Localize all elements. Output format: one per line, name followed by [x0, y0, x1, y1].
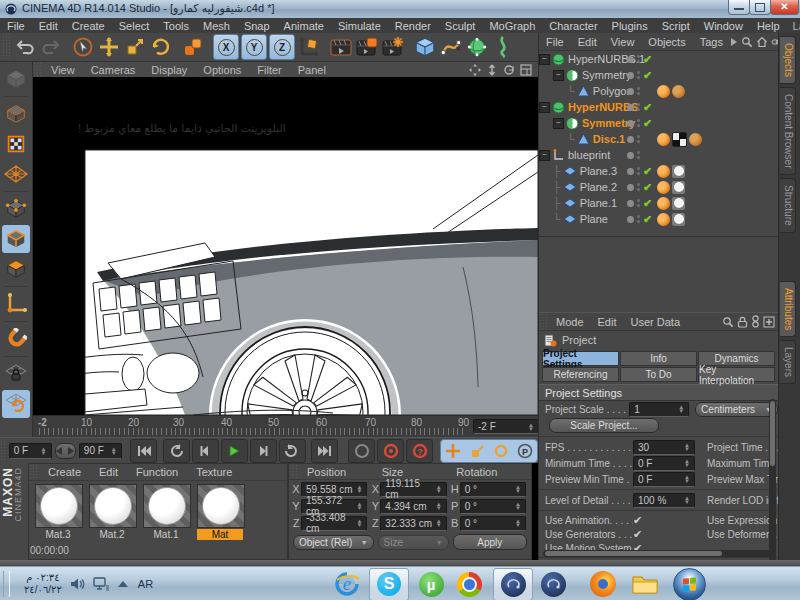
object-name[interactable]: Plane.2	[580, 181, 617, 193]
size-y-field[interactable]: 4.394 cm▲▼	[380, 499, 446, 514]
menu-item[interactable]: Snap	[237, 20, 277, 32]
taskbar-cinema4d-icon[interactable]	[539, 570, 567, 598]
zoom-view-icon[interactable]	[486, 64, 498, 76]
phong-tag-icon[interactable]	[657, 197, 670, 210]
material-thumbnail[interactable]	[143, 484, 191, 528]
om-menu-item[interactable]: File	[539, 36, 571, 48]
om-menu-item[interactable]: Edit	[571, 36, 604, 48]
tab-referencing[interactable]: Referencing	[542, 367, 619, 382]
lock-z-axis-button[interactable]: Z	[269, 34, 295, 60]
menu-item[interactable]: Tools	[156, 20, 196, 32]
material-item[interactable]: Mat.3	[35, 484, 81, 540]
collapse-icon[interactable]: −	[539, 54, 550, 65]
start-button[interactable]	[673, 568, 706, 600]
network-icon[interactable]	[93, 577, 110, 591]
fps-field[interactable]: 30▲▼	[633, 440, 695, 455]
maximize-button[interactable]	[749, 0, 771, 15]
search-icon[interactable]	[722, 316, 734, 328]
material-grip[interactable]	[29, 464, 39, 480]
material-menu-item[interactable]: Edit	[90, 466, 127, 478]
viewport-grip[interactable]	[33, 62, 43, 77]
viewport-menu-item[interactable]: Cameras	[83, 64, 144, 76]
object-row[interactable]: − HyperNURBS.1 ✔	[539, 51, 778, 67]
collapse-icon[interactable]: −	[539, 150, 550, 161]
object-row-selected[interactable]: └ Disc.1	[539, 131, 778, 147]
object-mode-dropdown[interactable]: Object (Rel)▼	[293, 535, 374, 550]
menu-item[interactable]: Simulate	[331, 20, 388, 32]
render-dots[interactable]	[637, 151, 640, 159]
spinner-icon[interactable]: ▲▼	[38, 447, 47, 455]
taskbar-chrome-icon[interactable]	[455, 570, 483, 598]
tab-objects[interactable]: Objects	[780, 36, 796, 84]
render-dots[interactable]	[637, 71, 640, 79]
menu-item[interactable]: MoGraph	[482, 20, 542, 32]
search-icon[interactable]	[741, 36, 753, 48]
workplane-mode-icon[interactable]	[2, 160, 30, 188]
play-icon[interactable]	[221, 439, 248, 463]
menu-item[interactable]: File	[0, 20, 32, 32]
history-icon[interactable]	[751, 315, 760, 328]
menu-item[interactable]: Window	[697, 20, 750, 32]
object-row[interactable]: ├ Plane.3 ✔	[539, 163, 778, 179]
coordinate-system-icon[interactable]	[296, 34, 322, 60]
object-row[interactable]: ├ Plane.2 ✔	[539, 179, 778, 195]
menu-item[interactable]: Sculpt	[438, 20, 483, 32]
enabled-check-icon[interactable]: ✔	[643, 165, 652, 178]
goto-end-icon[interactable]	[311, 439, 338, 463]
rotate-view-icon[interactable]	[503, 64, 515, 76]
move-tool-icon[interactable]	[96, 34, 122, 60]
material-menu-item[interactable]: Create	[39, 466, 90, 478]
viewport-menu-item[interactable]: Panel	[290, 64, 334, 76]
scale-project-button[interactable]: Scale Project...	[549, 418, 659, 433]
use-generators-checkbox[interactable]: ✔	[633, 528, 642, 541]
attr-menu-item[interactable]: Edit	[591, 316, 624, 328]
scale-tool-icon[interactable]	[122, 34, 148, 60]
render-dots[interactable]	[637, 87, 640, 95]
attr-menu-item[interactable]: User Data	[624, 316, 688, 328]
spinner-icon[interactable]: ▲▼	[108, 447, 117, 455]
key-parameter-icon[interactable]: P	[513, 440, 537, 462]
add-spline-icon[interactable]	[438, 34, 464, 60]
workplane-lock-icon[interactable]	[2, 360, 30, 388]
material-item-selected[interactable]: Mat	[197, 484, 243, 540]
visibility-dot[interactable]	[627, 56, 634, 63]
rotate-tool-icon[interactable]	[148, 34, 174, 60]
attribute-grip[interactable]	[539, 313, 549, 330]
visibility-dot[interactable]	[627, 152, 634, 159]
material-thumbnail[interactable]	[35, 484, 83, 528]
lock-x-axis-button[interactable]: X	[213, 34, 239, 60]
object-name[interactable]: Symmetry	[582, 69, 632, 81]
tab-structure[interactable]: Structure	[780, 178, 796, 233]
enabled-check-icon[interactable]: ✔	[643, 197, 652, 210]
new-panel-icon[interactable]	[763, 316, 775, 328]
render-dots[interactable]	[637, 215, 640, 223]
minimize-button[interactable]	[728, 0, 750, 15]
viewport-menu-item[interactable]: Filter	[249, 64, 289, 76]
record-icon[interactable]	[348, 439, 375, 463]
toggle-panels-icon[interactable]	[520, 64, 532, 76]
model-mode-icon[interactable]	[2, 100, 30, 128]
menu-item[interactable]: Character	[542, 20, 604, 32]
texture-tag-icon[interactable]	[672, 197, 685, 210]
taskbar-utorrent-icon[interactable]: µ	[417, 570, 445, 598]
texture-tag-icon[interactable]	[672, 181, 685, 194]
pan-view-icon[interactable]	[469, 64, 481, 76]
vertical-scrollbar[interactable]	[769, 399, 776, 562]
render-settings-icon[interactable]	[380, 34, 406, 60]
polygons-mode-icon[interactable]	[2, 255, 30, 283]
project-scale-field[interactable]: 1▲▼	[629, 402, 689, 417]
add-deformer-icon[interactable]	[490, 34, 516, 60]
playhead-label[interactable]: -2	[38, 417, 47, 428]
om-menu-item[interactable]: View	[604, 36, 642, 48]
menu-item[interactable]: Edit	[32, 20, 65, 32]
menu-item[interactable]: Select	[112, 20, 157, 32]
transport-grip[interactable]	[0, 440, 6, 462]
start-frame-field[interactable]: 0 F▲▼	[9, 443, 52, 459]
material-item[interactable]: Mat.1	[143, 484, 189, 540]
end-frame-field[interactable]: 90 F▲▼	[79, 443, 122, 459]
add-nurbs-icon[interactable]	[464, 34, 490, 60]
visibility-dot[interactable]	[627, 168, 634, 175]
viewport-menu-item[interactable]: Options	[195, 64, 249, 76]
tab-project-settings[interactable]: Project Settings	[542, 351, 619, 366]
object-row-selected[interactable]: − Symmetry ✔	[539, 115, 778, 131]
